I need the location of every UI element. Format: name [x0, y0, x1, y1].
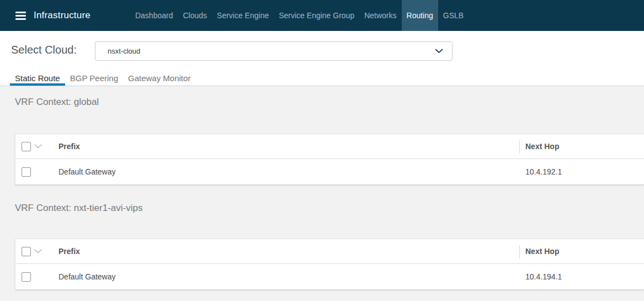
row-checkbox[interactable]	[22, 167, 31, 177]
hamburger-menu-icon[interactable]	[15, 12, 26, 20]
row-checkbox[interactable]	[22, 272, 31, 282]
sub-tabs: Static Route BGP Peering Gateway Monitor	[0, 71, 644, 86]
nav-item-networks[interactable]: Networks	[359, 0, 401, 31]
nav-item-service-engine[interactable]: Service Engine	[212, 0, 274, 31]
nav-item-routing[interactable]: Routing	[402, 0, 438, 31]
cloud-select-dropdown[interactable]: nsxt-cloud	[95, 41, 453, 61]
table-header-row: Prefix Next Hop	[15, 239, 644, 264]
column-divider	[519, 140, 520, 154]
bulk-actions-chevron-down-icon[interactable]	[34, 144, 42, 149]
vrf-context-heading-global: VRF Context: global	[0, 86, 644, 108]
select-all-checkbox[interactable]	[22, 142, 31, 151]
routing-content: VRF Context: global Prefix Next Hop Defa…	[0, 86, 644, 301]
navbar-left: Infrastructure	[0, 0, 91, 31]
main-nav: Dashboard Clouds Service Engine Service …	[130, 0, 469, 31]
vrf-context-heading-tier1: VRF Context: nxt-tier1-avi-vips	[0, 185, 644, 214]
table-header-row: Prefix Next Hop	[15, 134, 644, 159]
app-title: Infrastructure	[34, 10, 91, 21]
table-row[interactable]: Default Gateway 10.4.192.1	[15, 159, 644, 184]
cell-prefix: Default Gateway	[58, 167, 525, 176]
nav-item-clouds[interactable]: Clouds	[178, 0, 212, 31]
nav-item-gslb[interactable]: GSLB	[438, 0, 469, 31]
bulk-actions-chevron-down-icon[interactable]	[34, 249, 42, 254]
header-checkbox-cell	[15, 142, 58, 151]
tab-gateway-monitor[interactable]: Gateway Monitor	[123, 71, 195, 86]
row-checkbox-cell	[15, 167, 58, 177]
chevron-down-icon	[435, 49, 443, 54]
nav-item-service-engine-group[interactable]: Service Engine Group	[274, 0, 359, 31]
row-checkbox-cell	[15, 272, 58, 282]
static-route-table-tier1: Prefix Next Hop Default Gateway 10.4.194…	[15, 239, 644, 290]
cell-next-hop: 10.4.194.1	[525, 272, 644, 281]
column-divider	[519, 245, 520, 258]
table-row[interactable]: Default Gateway 10.4.194.1	[15, 264, 644, 289]
nav-item-dashboard[interactable]: Dashboard	[130, 0, 178, 31]
select-cloud-label: Select Cloud:	[11, 44, 77, 56]
column-header-next-hop: Next Hop	[525, 247, 644, 256]
top-navbar: Infrastructure Dashboard Clouds Service …	[0, 0, 644, 31]
cell-prefix: Default Gateway	[58, 272, 525, 281]
select-all-checkbox[interactable]	[22, 247, 31, 256]
column-header-prefix: Prefix	[58, 247, 525, 256]
header-checkbox-cell	[15, 247, 58, 256]
column-header-next-hop: Next Hop	[525, 142, 644, 151]
cloud-select-value: nsxt-cloud	[108, 47, 140, 55]
tab-bgp-peering[interactable]: BGP Peering	[65, 71, 123, 86]
cloud-selector-row: Select Cloud: nsxt-cloud	[0, 31, 644, 71]
static-route-table-global: Prefix Next Hop Default Gateway 10.4.192…	[15, 134, 644, 185]
column-header-prefix: Prefix	[58, 142, 525, 151]
tab-static-route[interactable]: Static Route	[10, 71, 65, 86]
cell-next-hop: 10.4.192.1	[525, 167, 644, 176]
